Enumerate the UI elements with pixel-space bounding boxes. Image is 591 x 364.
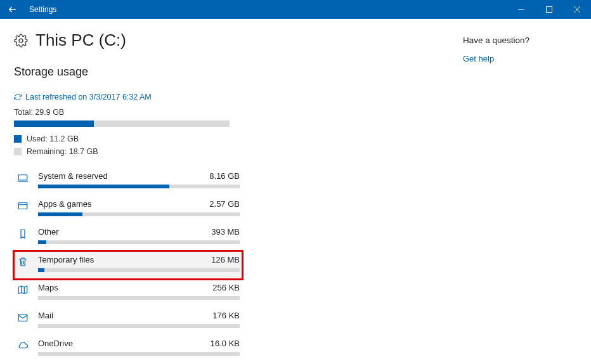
help-question: Have a question?: [463, 36, 577, 45]
total-usage-bar: [14, 120, 230, 127]
category-computer[interactable]: System & reserved8.16 GB: [14, 167, 242, 195]
svg-point-4: [19, 39, 23, 42]
category-bar-fill: [38, 185, 169, 188]
category-trash[interactable]: Temporary files126 MB: [14, 251, 242, 279]
category-size: 8.16 GB: [209, 171, 240, 181]
main-column: This PC (C:) Storage usage Last refreshe…: [14, 30, 242, 363]
close-icon: [574, 6, 580, 13]
category-size: 126 MB: [211, 255, 240, 264]
bookmark-icon: [16, 228, 29, 240]
refresh-icon: [14, 93, 22, 101]
category-bar-fill: [38, 268, 44, 272]
cloud-icon: [16, 340, 29, 351]
apps-icon: [16, 200, 29, 212]
category-bar-fill: [38, 212, 82, 216]
back-button[interactable]: [0, 0, 25, 19]
total-label: Total: 29.9 GB: [14, 108, 242, 117]
maximize-button[interactable]: [535, 0, 563, 19]
category-bar-fill: [38, 240, 46, 244]
category-bookmark[interactable]: Other393 MB: [14, 223, 242, 251]
category-bar: [38, 352, 240, 356]
window-controls: [507, 0, 591, 19]
total-usage-fill: [14, 120, 94, 127]
swatch-remaining-icon: [14, 148, 22, 155]
section-title: Storage usage: [14, 65, 242, 79]
category-map[interactable]: Maps256 KB: [14, 279, 242, 307]
category-name: OneDrive: [38, 339, 73, 348]
close-button[interactable]: [563, 0, 591, 19]
titlebar: Settings: [0, 0, 591, 19]
category-name: Mail: [38, 311, 53, 320]
category-name: Temporary files: [38, 255, 94, 264]
category-size: 393 MB: [211, 227, 240, 237]
category-bar: [38, 240, 240, 244]
category-size: 176 KB: [212, 311, 240, 320]
map-icon: [16, 284, 29, 296]
category-bar: [38, 324, 240, 328]
refresh-link[interactable]: Last refreshed on 3/3/2017 6:32 AM: [14, 93, 242, 101]
category-bar: [38, 185, 240, 188]
svg-rect-9: [18, 315, 27, 322]
get-help-link[interactable]: Get help: [463, 54, 577, 63]
category-bar: [38, 268, 240, 272]
minimize-icon: [518, 6, 524, 13]
category-size: 256 KB: [212, 283, 240, 292]
category-list: System & reserved8.16 GBApps & games2.57…: [14, 167, 242, 363]
legend-used: Used: 11.2 GB: [14, 134, 242, 143]
window-title: Settings: [25, 5, 56, 14]
arrow-left-icon: [8, 4, 18, 15]
svg-rect-5: [18, 175, 27, 180]
svg-rect-7: [18, 203, 27, 209]
minimize-button[interactable]: [507, 0, 535, 19]
category-name: Maps: [38, 283, 58, 292]
category-apps[interactable]: Apps & games2.57 GB: [14, 195, 242, 223]
category-name: Apps & games: [38, 199, 92, 209]
legend-remaining: Remaining: 18.7 GB: [14, 147, 242, 156]
category-name: System & reserved: [38, 171, 108, 181]
svg-rect-1: [547, 7, 552, 13]
refresh-text: Last refreshed on 3/3/2017 6:32 AM: [25, 93, 152, 101]
trash-icon: [16, 256, 29, 268]
gear-icon: [14, 34, 28, 48]
category-size: 16.0 KB: [211, 339, 240, 348]
category-cloud[interactable]: OneDrive16.0 KB: [14, 335, 242, 363]
swatch-used-icon: [14, 135, 22, 143]
mail-icon: [16, 312, 29, 323]
page-title: This PC (C:): [36, 30, 126, 50]
computer-icon: [16, 172, 29, 184]
help-sidebar: Have a question? Get help: [463, 30, 577, 363]
category-mail[interactable]: Mail176 KB: [14, 307, 242, 335]
category-name: Other: [38, 227, 59, 237]
maximize-icon: [546, 6, 552, 13]
category-size: 2.57 GB: [209, 199, 240, 209]
category-bar: [38, 212, 240, 216]
category-bar: [38, 296, 240, 300]
